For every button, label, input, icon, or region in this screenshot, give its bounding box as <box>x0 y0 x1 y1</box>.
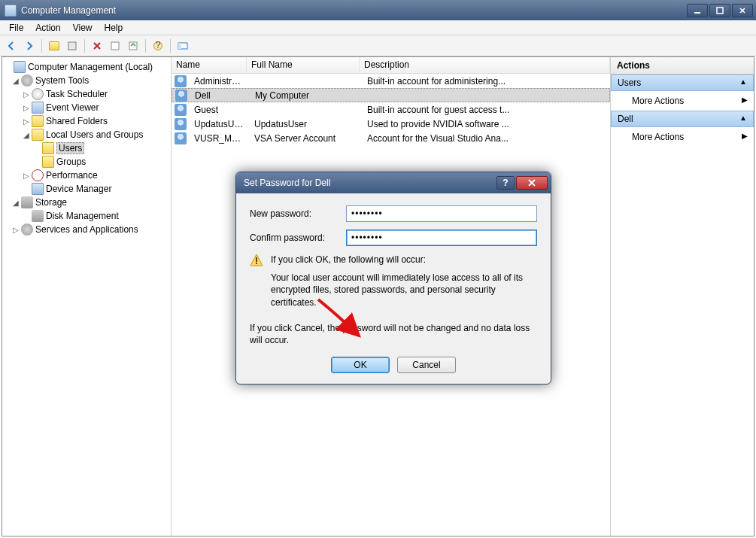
warning-heading: If you click OK, the following will occu… <box>271 254 537 266</box>
list-header: Name Full Name Description <box>172 57 610 74</box>
export-button[interactable] <box>125 38 141 54</box>
table-row[interactable]: VUSR_MY_D... VSA Server Account Account … <box>172 131 610 145</box>
new-password-input[interactable] <box>346 205 537 222</box>
user-icon <box>175 90 187 102</box>
close-button[interactable] <box>732 4 753 17</box>
services-icon <box>21 223 33 236</box>
actions-pane: Actions Users▲ More Actions▶ Dell▲ More … <box>611 57 754 536</box>
tree-local-users[interactable]: ◢Local Users and Groups <box>4 128 169 141</box>
tree-task-scheduler[interactable]: ▷Task Scheduler <box>4 87 169 101</box>
svg-rect-9 <box>256 257 257 262</box>
user-icon <box>175 132 187 144</box>
chevron-right-icon: ▶ <box>742 132 748 142</box>
storage-icon <box>21 196 33 208</box>
nav-tree[interactable]: Computer Management (Local) ◢System Tool… <box>2 57 172 536</box>
refresh-button[interactable] <box>107 38 123 54</box>
performance-icon <box>32 169 44 181</box>
maximize-button[interactable] <box>709 4 730 17</box>
back-button[interactable] <box>3 38 20 54</box>
confirm-password-input[interactable] <box>346 229 537 246</box>
expand-icon[interactable]: ▷ <box>22 117 31 126</box>
cell-fullname: My Computer <box>250 90 363 101</box>
cell-name: Guest <box>190 105 250 115</box>
tree-root[interactable]: Computer Management (Local) <box>4 60 169 74</box>
cell-description: Built-in account for administering... <box>363 76 610 87</box>
help-button[interactable]: ? <box>150 38 166 54</box>
svg-rect-3 <box>111 42 119 50</box>
dialog-title: Set Password for Dell <box>244 178 496 188</box>
tools-icon <box>21 74 33 87</box>
expand-icon[interactable]: ▷ <box>11 226 20 234</box>
collapse-icon[interactable]: ◢ <box>11 199 20 207</box>
new-password-label: New password: <box>250 208 346 219</box>
cell-description: Built-in account for guest access t... <box>363 105 610 115</box>
show-hide-button[interactable] <box>175 38 191 54</box>
tree-performance[interactable]: ▷Performance <box>4 169 169 182</box>
collapse-icon[interactable]: ◢ <box>22 131 31 139</box>
svg-rect-0 <box>694 12 700 14</box>
tree-services-apps[interactable]: ▷Services and Applications <box>4 223 169 236</box>
svg-rect-1 <box>717 8 723 14</box>
cancel-button[interactable]: Cancel <box>397 357 456 373</box>
tree-groups[interactable]: Groups <box>4 155 169 169</box>
menubar: File Action View Help <box>0 20 756 35</box>
expand-icon[interactable]: ▷ <box>22 90 31 99</box>
tree-event-viewer[interactable]: ▷Event Viewer <box>4 101 169 114</box>
up-button[interactable] <box>46 38 62 54</box>
cell-name: UpdatusUser <box>190 119 250 129</box>
forward-button[interactable] <box>21 38 38 54</box>
tree-device-manager[interactable]: Device Manager <box>4 182 169 196</box>
warning-icon <box>250 254 263 267</box>
dialog-close-button[interactable] <box>516 176 548 190</box>
svg-rect-2 <box>68 42 76 50</box>
dialog-help-button[interactable]: ? <box>496 176 515 190</box>
tree-disk-management[interactable]: Disk Management <box>4 209 169 223</box>
disk-icon <box>32 210 44 222</box>
actions-section-users[interactable]: Users▲ <box>611 74 754 91</box>
svg-rect-10 <box>256 263 257 264</box>
cell-name: Dell <box>190 90 250 101</box>
toolbar: ? <box>0 35 756 56</box>
window-titlebar: Computer Management <box>0 0 756 20</box>
col-name[interactable]: Name <box>172 57 247 73</box>
chevron-right-icon: ▶ <box>742 96 748 106</box>
delete-button[interactable] <box>89 38 105 54</box>
expand-icon[interactable]: ▷ <box>22 172 31 180</box>
tree-system-tools[interactable]: ◢System Tools <box>4 74 169 87</box>
menu-view[interactable]: View <box>67 21 99 35</box>
ok-button[interactable]: OK <box>331 357 390 373</box>
svg-rect-8 <box>178 43 181 49</box>
minimize-button[interactable] <box>687 4 708 17</box>
dialog-titlebar: Set Password for Dell ? <box>236 172 551 193</box>
menu-action[interactable]: Action <box>29 21 66 35</box>
clock-icon <box>32 88 44 100</box>
table-row[interactable]: Dell My Computer <box>172 88 610 102</box>
user-icon <box>175 75 187 87</box>
table-row[interactable]: Administrator Built-in account for admin… <box>172 74 610 88</box>
computer-icon <box>14 61 26 73</box>
folder-icon <box>42 142 54 154</box>
collapse-icon[interactable]: ◢ <box>11 77 20 85</box>
actions-more-users[interactable]: More Actions▶ <box>611 91 754 111</box>
warning-body: Your local user account will immediately… <box>271 272 537 309</box>
table-row[interactable]: UpdatusUser UpdatusUser Used to provide … <box>172 117 610 131</box>
collapse-icon: ▲ <box>739 114 747 124</box>
col-description[interactable]: Description <box>360 57 610 73</box>
actions-section-dell[interactable]: Dell▲ <box>611 111 754 127</box>
set-password-dialog: Set Password for Dell ? New password: Co… <box>235 172 551 385</box>
properties-button[interactable] <box>64 38 80 54</box>
menu-help[interactable]: Help <box>99 21 129 35</box>
col-fullname[interactable]: Full Name <box>247 57 360 73</box>
folder-icon <box>32 115 44 127</box>
tree-shared-folders[interactable]: ▷Shared Folders <box>4 114 169 128</box>
svg-text:?: ? <box>156 41 161 50</box>
tree-users[interactable]: Users <box>4 141 169 155</box>
cell-fullname: UpdatusUser <box>250 119 363 129</box>
window-title: Computer Management <box>21 5 687 16</box>
table-row[interactable]: Guest Built-in account for guest access … <box>172 102 610 117</box>
menu-file[interactable]: File <box>3 21 29 35</box>
expand-icon[interactable]: ▷ <box>22 104 31 112</box>
cell-fullname: VSA Server Account <box>250 133 363 144</box>
actions-more-dell[interactable]: More Actions▶ <box>611 127 754 147</box>
tree-storage[interactable]: ◢Storage <box>4 196 169 209</box>
